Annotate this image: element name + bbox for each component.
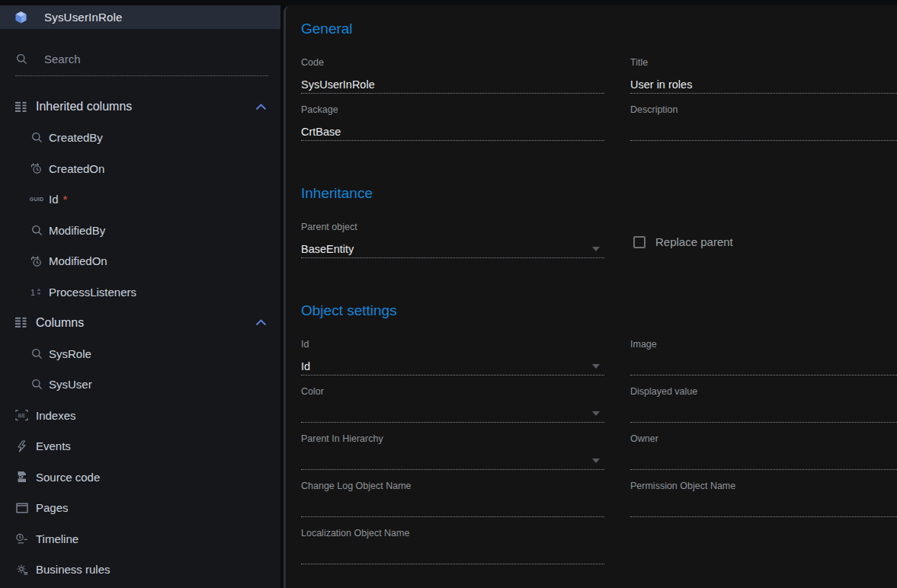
sidebar-item-pages[interactable]: Pages [0,493,280,524]
field-code: CodeSysUserInRole [301,57,604,94]
app-window: SysUserInRole Inherited columnsCreatedBy… [0,0,897,588]
sidebar-item-label: Timeline [36,532,267,545]
section-title: General [301,21,897,37]
field-label: Parent In Hierarchy [301,433,604,444]
input-code[interactable]: SysUserInRole [301,75,604,94]
sidebar-item-business-rules[interactable]: Business rules [0,554,280,586]
field-image: Image [630,339,897,375]
sidebar-item-label: Pages [36,501,267,514]
sidebar-item-label: SysUser [49,378,267,391]
sidebar-item-modifiedby[interactable]: ModifiedBy [0,215,280,246]
field-replace-parent: Replace parent [630,222,897,258]
dropdown-arrow-icon[interactable] [592,364,600,369]
sidebar-item-indexes[interactable]: 88Indexes [0,400,280,431]
input-change-log-object-name[interactable] [301,499,604,517]
sidebar-item-inherited-columns[interactable]: Inherited columns [0,91,280,123]
field-label: Localization Object Name [301,528,604,538]
input-description[interactable] [630,123,897,141]
sidebar-item-modifiedon[interactable]: ModifiedOn [0,246,280,277]
lookup-icon [30,132,43,143]
field-value: Id [301,360,310,372]
field-value: BaseEntity [301,243,354,255]
sidebar-item-label: Source code [36,471,267,484]
dropdown-arrow-icon[interactable] [592,411,600,416]
sidebar-item-id[interactable]: GUIDId* [0,184,280,216]
field-parent-in-hierarchy: Parent In Hierarchy [301,433,604,470]
checkbox[interactable] [633,236,646,248]
integer-icon: 1 [30,286,43,298]
field-id: IdId [301,339,604,375]
field-label: Owner [630,433,897,444]
field-label: Code [301,57,604,68]
field-color: Color [301,386,604,423]
sidebar-search [15,53,268,76]
columns-list-icon [15,317,28,328]
sidebar-item-sysrole[interactable]: SysRole [0,338,280,369]
required-asterisk: * [63,193,68,206]
section-grid: IdIdImageColorDisplayed valueParent In H… [301,339,897,575]
field-value: SysUserInRole [301,78,375,91]
input-title[interactable]: User in roles [630,75,897,94]
field-permission-object-name: Permission Object Name [630,481,897,517]
business-rules-icon [15,564,28,576]
sidebar-item-source-code[interactable]: C#Source code [0,462,280,493]
sidebar-item-timeline[interactable]: Timeline [0,523,280,554]
sidebar-item-label: Business rules [36,563,267,576]
sidebar: SysUserInRole Inherited columnsCreatedBy… [0,0,280,588]
field-value: User in roles [630,78,692,91]
input-localization-object-name[interactable] [301,546,604,564]
dropdown-arrow-icon[interactable] [592,459,600,463]
input-parent-in-hierarchy[interactable] [301,452,604,470]
object-header-tab[interactable]: SysUserInRole [0,5,280,29]
sidebar-item-label: SysRole [49,347,267,360]
input-package[interactable]: CrtBase [301,123,604,141]
sidebar-item-label: Indexes [36,409,267,422]
lookup-icon [30,348,43,360]
window-top-strip [0,0,280,5]
datetime-icon [30,255,43,267]
svg-text:88: 88 [18,412,25,419]
input-displayed-value[interactable] [630,404,897,423]
sidebar-item-createdby[interactable]: CreatedBy [0,123,280,154]
sidebar-item-createdon[interactable]: CreatedOn [0,153,280,184]
input-color[interactable] [301,404,604,423]
field-label: Displayed value [630,386,897,397]
sidebar-item-processlisteners[interactable]: 1ProcessListeners [0,276,280,308]
sidebar-item-label: Events [36,439,267,452]
input-parent-object[interactable]: BaseEntity [301,240,604,258]
form-area: GeneralCodeSysUserInRoleTitleUser in rol… [286,5,897,575]
sidebar-item-label: Columns [36,316,255,330]
columns-list-icon [15,101,28,113]
sidebar-item-label: CreatedOn [49,162,267,175]
sidebar-item-sysuser[interactable]: SysUser [0,369,280,401]
field-package: PackageCrtBase [301,104,604,141]
input-owner[interactable] [630,452,897,470]
guid-icon: GUID [30,197,43,202]
field-label: Change Log Object Name [301,481,604,491]
section-title: Object settings [301,302,897,319]
field-displayed-value: Displayed value [630,386,897,423]
input-permission-object-name[interactable] [630,499,897,517]
section-object-settings: Object settingsIdIdImageColorDisplayed v… [301,302,897,575]
input-id[interactable]: Id [301,357,604,375]
timeline-icon [15,533,28,545]
sidebar-nav: Inherited columnsCreatedByCreatedOnGUIDI… [0,91,280,585]
source-code-icon: C# [15,471,28,483]
section-grid: Parent objectBaseEntityReplace parent [301,222,897,269]
sidebar-item-label: Inherited columns [36,100,255,113]
field-label: Title [630,57,897,68]
sidebar-item-events[interactable]: Events [0,431,280,462]
field-change-log-object-name: Change Log Object Name [301,481,604,517]
field-localization-object-name: Localization Object Name [301,528,604,564]
sidebar-item-columns[interactable]: Columns [0,308,280,339]
section-general: GeneralCodeSysUserInRoleTitleUser in rol… [301,21,897,152]
dropdown-arrow-icon[interactable] [592,247,600,251]
field-parent-object: Parent objectBaseEntity [301,222,604,258]
checkbox-label: Replace parent [655,235,733,248]
chevron-up-icon[interactable] [255,104,267,110]
input-image[interactable] [630,357,897,375]
field-label: Description [630,104,897,115]
section-inheritance: InheritanceParent objectBaseEntityReplac… [301,185,897,269]
search-input[interactable] [44,53,268,66]
chevron-up-icon[interactable] [255,319,267,326]
